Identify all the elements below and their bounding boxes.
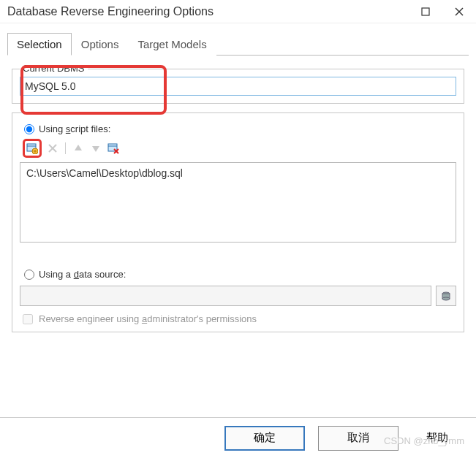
- tab-options[interactable]: Options: [72, 33, 129, 56]
- source-group: Using script files:: [12, 112, 464, 332]
- data-source-radio-row[interactable]: Using a data source:: [24, 269, 456, 280]
- highlight-add-file: [23, 139, 42, 158]
- script-files-radio[interactable]: [24, 124, 34, 134]
- titlebar: Database Reverse Engineering Options: [0, 0, 476, 23]
- add-file-icon[interactable]: [26, 142, 39, 155]
- remove-file-icon[interactable]: [107, 142, 120, 155]
- tab-target-models[interactable]: Target Models: [128, 33, 216, 56]
- ok-button[interactable]: 确定: [224, 426, 305, 451]
- toolbar-separator: [65, 142, 66, 154]
- admin-permissions-label: Reverse engineer using administrator's p…: [39, 313, 257, 324]
- browse-datasource-button[interactable]: [436, 286, 456, 306]
- current-dbms-group: Current DBMS: [12, 69, 464, 104]
- group-label-dbms: Current DBMS: [20, 63, 88, 74]
- script-files-label: Using script files:: [39, 123, 110, 134]
- script-file-list[interactable]: C:\Users\Camel\Desktop\dblog.sql: [20, 162, 456, 243]
- admin-permissions-checkbox: [23, 314, 33, 324]
- tab-bar: Selection Options Target Models: [7, 32, 469, 56]
- move-down-icon[interactable]: [89, 142, 102, 155]
- maximize-button[interactable]: [409, 0, 442, 23]
- cancel-button[interactable]: 取消: [318, 426, 398, 451]
- close-button[interactable]: [442, 0, 476, 23]
- list-item[interactable]: C:\Users\Camel\Desktop\dblog.sql: [26, 167, 450, 179]
- svg-point-18: [442, 297, 450, 300]
- tab-content: Current DBMS Using script files:: [0, 56, 476, 337]
- move-up-icon[interactable]: [72, 142, 85, 155]
- script-files-radio-row[interactable]: Using script files:: [24, 123, 456, 134]
- window-title: Database Reverse Engineering Options: [7, 5, 214, 18]
- data-source-label: Using a data source:: [39, 269, 126, 280]
- help-button[interactable]: 帮助: [412, 426, 463, 451]
- tab-selection[interactable]: Selection: [7, 33, 72, 56]
- database-icon: [441, 291, 451, 301]
- script-toolbar: [23, 139, 456, 158]
- data-source-row: [20, 286, 456, 306]
- delete-file-icon[interactable]: [46, 142, 59, 155]
- admin-permissions-row: Reverse engineer using administrator's p…: [23, 313, 456, 324]
- data-source-input: [20, 286, 431, 306]
- svg-marker-10: [75, 145, 82, 150]
- dbms-input[interactable]: [20, 77, 456, 96]
- dialog-footer: 确定 取消 帮助: [0, 417, 476, 458]
- data-source-radio[interactable]: [24, 270, 34, 280]
- svg-marker-11: [92, 146, 99, 152]
- svg-rect-0: [422, 8, 429, 15]
